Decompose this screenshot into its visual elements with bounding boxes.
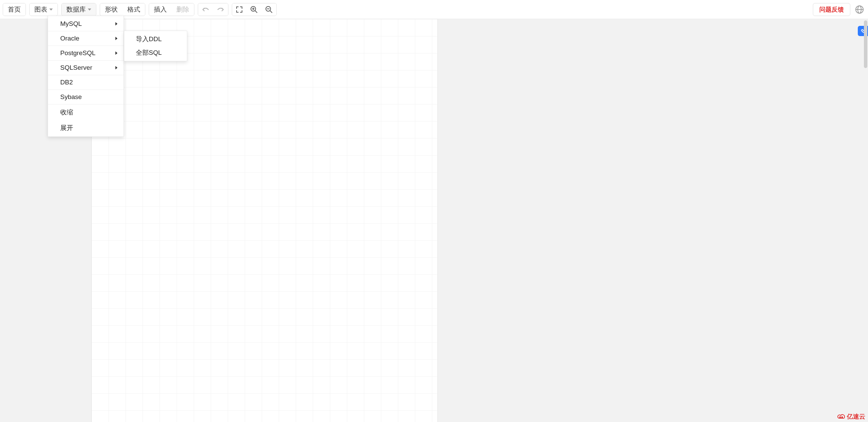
menu-item-label: SQLServer: [60, 64, 92, 71]
menu-item-label: Sybase: [60, 93, 82, 101]
database-dropdown-menu: MySQL Oracle PostgreSQL SQLServer DB2 Sy…: [48, 16, 124, 137]
chevron-down-icon: [88, 9, 91, 11]
zoom-in-button[interactable]: [246, 3, 261, 16]
vertical-scrollbar[interactable]: [864, 20, 867, 412]
chart-dropdown-button[interactable]: 图表: [30, 3, 58, 16]
cloud-icon: [837, 413, 846, 420]
zoom-out-icon: [265, 5, 273, 14]
menu-item-label: 展开: [60, 124, 73, 132]
shape-format-group: 形状 格式: [100, 3, 145, 16]
submenu-item-all-sql[interactable]: 全部SQL: [124, 46, 187, 60]
menu-section: PostgreSQL: [48, 46, 124, 61]
oracle-submenu: 导入DDL 全部SQL: [124, 31, 187, 61]
menu-item-label: 收缩: [60, 108, 73, 117]
menu-item-label: MySQL: [60, 20, 82, 28]
menu-item-label: 全部SQL: [136, 48, 162, 57]
insert-delete-group: 插入 删除: [149, 3, 194, 16]
svg-line-5: [270, 11, 272, 13]
toolbar: 首页 图表 数据库 形状 格式 插入 删除: [0, 0, 868, 19]
undo-button[interactable]: [198, 3, 213, 16]
chart-group: 图表: [29, 3, 58, 16]
menu-section: Oracle: [48, 31, 124, 46]
menu-section-actions: 收缩 展开: [48, 104, 124, 136]
chevron-right-icon: [115, 22, 117, 26]
home-group: 首页: [3, 3, 26, 16]
chevron-right-icon: [115, 37, 117, 40]
redo-button[interactable]: [213, 3, 228, 16]
menu-item-mysql[interactable]: MySQL: [48, 17, 124, 31]
menu-item-label: DB2: [60, 79, 73, 86]
zoom-out-button[interactable]: [261, 3, 276, 16]
workspace: [0, 19, 868, 422]
undo-redo-group: [198, 3, 228, 16]
home-button[interactable]: 首页: [3, 3, 26, 16]
menu-item-label: Oracle: [60, 35, 79, 42]
fullscreen-icon: [236, 6, 243, 13]
menu-section: SQLServer: [48, 61, 124, 75]
canvas[interactable]: [91, 19, 438, 422]
feedback-button[interactable]: 问题反馈: [813, 3, 850, 16]
chart-label: 图表: [34, 5, 47, 14]
menu-item-expand[interactable]: 展开: [48, 120, 124, 136]
menu-item-label: 导入DDL: [136, 35, 162, 44]
database-label: 数据库: [66, 5, 86, 14]
language-button[interactable]: [854, 4, 865, 15]
delete-button[interactable]: 删除: [172, 3, 194, 16]
redo-icon: [216, 6, 225, 13]
menu-item-collapse[interactable]: 收缩: [48, 104, 124, 120]
menu-item-db2[interactable]: DB2: [48, 75, 124, 90]
insert-button[interactable]: 插入: [149, 3, 172, 16]
database-dropdown-button[interactable]: 数据库: [62, 3, 96, 16]
menu-item-sybase[interactable]: Sybase: [48, 90, 124, 104]
svg-point-11: [842, 417, 843, 418]
watermark-logo: 亿速云: [837, 412, 865, 421]
shape-button[interactable]: 形状: [100, 3, 123, 16]
chevron-right-icon: [115, 66, 117, 69]
database-group: 数据库: [61, 3, 96, 16]
format-button[interactable]: 格式: [123, 3, 145, 16]
submenu-item-import-ddl[interactable]: 导入DDL: [124, 32, 187, 46]
undo-icon: [202, 6, 210, 13]
menu-section: MySQL: [48, 17, 124, 31]
menu-section: Sybase: [48, 90, 124, 104]
menu-item-postgresql[interactable]: PostgreSQL: [48, 46, 124, 60]
chevron-down-icon: [49, 9, 53, 11]
menu-item-sqlserver[interactable]: SQLServer: [48, 61, 124, 75]
menu-section: DB2: [48, 75, 124, 90]
chevron-right-icon: [115, 51, 117, 55]
view-controls-group: [232, 3, 277, 16]
scrollbar-thumb[interactable]: [864, 20, 867, 68]
zoom-in-icon: [250, 5, 258, 14]
svg-point-10: [840, 417, 841, 418]
menu-item-oracle[interactable]: Oracle: [48, 31, 124, 46]
menu-item-label: PostgreSQL: [60, 49, 96, 57]
globe-icon: [855, 5, 864, 14]
svg-line-1: [255, 11, 257, 13]
fullscreen-button[interactable]: [232, 3, 246, 16]
watermark-text: 亿速云: [847, 412, 865, 421]
